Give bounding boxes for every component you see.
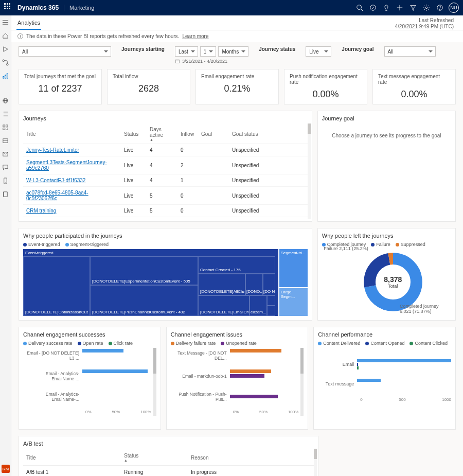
svg-point-8 [440, 9, 440, 10]
menu-icon[interactable] [2, 19, 9, 26]
home-icon[interactable] [2, 32, 9, 39]
tm-cell: [DONOTDELETE]EmailCh... [200, 310, 248, 314]
list-icon[interactable] [2, 110, 9, 117]
col-goal[interactable]: Goal [198, 125, 229, 144]
kpi-label: Email engagement rate [201, 74, 273, 79]
col-goal-status[interactable]: Goal status [229, 125, 308, 144]
table-row[interactable]: ac078fcd-8e65-4805-8aa4-0c5f23062f6cLive… [23, 187, 308, 205]
table-row[interactable]: W-L3-ContactEJ-df1f6332Live41Unspecified [23, 174, 308, 187]
gear-icon[interactable] [420, 0, 433, 15]
flow-icon[interactable] [2, 59, 9, 66]
tm-cell: [DONOTDELETE]PushChannelCustomEvent - 40… [92, 310, 195, 314]
last-refreshed-label: Last Refreshed [395, 17, 454, 24]
legend-item: Failure [376, 242, 390, 247]
plus-icon[interactable] [393, 0, 406, 15]
bar-chart[interactable]: Email - [DO NOT DELETE] L3 ...Email - An… [23, 348, 156, 425]
chat-icon[interactable] [2, 164, 9, 171]
date-range-text: 3/21/2021 - 4/20/2021 [182, 59, 227, 64]
card-title: Channel engagement issues [171, 331, 304, 338]
filter-icon[interactable] [406, 0, 420, 15]
bar-chart[interactable]: Email Text message 05001000 [318, 348, 451, 415]
play-icon[interactable] [2, 45, 9, 52]
tm-cell: Segment-tri... [279, 249, 308, 287]
journey-link[interactable]: Jenny-Test-RateLimiter [26, 147, 79, 153]
legend-item: Delivery failure rate [176, 341, 216, 346]
tick: 0% [233, 410, 239, 414]
date-range: 3/21/2021 - 4/20/2021 [175, 59, 248, 64]
grid-icon[interactable] [2, 124, 9, 131]
kpi-label: Total inflow [113, 74, 185, 79]
svg-rect-26 [6, 128, 8, 130]
app-launcher-icon[interactable] [4, 3, 13, 12]
kpi-label: Push notification engagement rate [290, 74, 362, 85]
tm-cell: Contact Created - 175 [200, 268, 272, 272]
card-title: Why people participated in the journeys [23, 233, 308, 239]
col-days[interactable]: Days active▲ [147, 125, 177, 144]
col-status[interactable]: Status [121, 125, 147, 144]
analytics-icon[interactable] [2, 72, 9, 79]
svg-rect-15 [5, 75, 6, 78]
donut-total: 8,378 [384, 275, 402, 284]
svg-rect-27 [3, 138, 8, 142]
axis-label: Email - markdun-oob-1 [171, 374, 230, 379]
tm-cell: [DONOTDELETE]AllChan... [200, 289, 244, 294]
filter-journeys-starting-label: Journeys starting [121, 46, 165, 52]
filter-unit[interactable]: Months [218, 46, 248, 57]
phone-icon[interactable] [2, 177, 9, 184]
search-icon[interactable] [353, 0, 366, 15]
journey-link[interactable]: W-L3-ContactEJ-df1f6332 [26, 178, 85, 183]
filter-bar: All Journeys starting Last 1 Months 3/21… [11, 42, 463, 66]
col-title[interactable]: Title [23, 450, 121, 466]
scrollbar[interactable] [308, 124, 311, 219]
lightbulb-icon[interactable] [380, 0, 393, 15]
legend-item: Content Opened [370, 341, 404, 346]
filter-last[interactable]: Last [175, 46, 198, 57]
journeys-card: Journeys Title Status Days active▲ Inflo… [19, 111, 312, 222]
mail-icon[interactable] [2, 150, 9, 157]
legend-item: Delivery success rate [28, 341, 73, 346]
table-row[interactable]: Jenny-Test-RateLimiterLive40Unspecified [23, 144, 308, 156]
donut-label-completed: Completed journey 6,021 (71.87%) [400, 304, 451, 314]
legend-item: Event-triggered [28, 242, 60, 247]
axis-label: Email - [DO NOT DELETE] L3 ... [23, 350, 82, 361]
last-refreshed: Last Refreshed 4/20/2021 9:49 PM (UTC) [395, 17, 458, 30]
bar-chart[interactable]: Text Message - [DO NOT DEL...Email - mar… [171, 348, 304, 425]
journey-link[interactable]: SegmentL3Tests-SegmentJourney-a59c2760 [26, 160, 107, 171]
filter-goal[interactable]: All [384, 46, 436, 57]
learn-more-link[interactable]: Learn more [182, 33, 208, 39]
channel-issues-card: Channel engagement issues Delivery failu… [166, 327, 309, 430]
scrollbar[interactable] [153, 348, 156, 416]
filter-num[interactable]: 1 [200, 46, 217, 57]
info-text: The data in these Power BI reports gets … [26, 33, 179, 39]
col-title[interactable]: Title [23, 125, 121, 144]
scrollbar[interactable] [300, 348, 304, 416]
col-status[interactable]: Status▲ [121, 450, 188, 466]
table-row[interactable]: SegmentL3Tests-SegmentJourney-a59c2760Li… [23, 156, 308, 174]
book-icon[interactable] [2, 190, 9, 198]
tab-analytics[interactable]: Analytics [16, 17, 41, 30]
journey-link[interactable]: CRM training [26, 208, 56, 214]
card-icon[interactable] [2, 137, 9, 144]
rm-badge[interactable]: RM [2, 465, 10, 473]
table-row[interactable]: CRM trainingLive50Unspecified [23, 205, 308, 217]
col-inflow[interactable]: Inflow [177, 125, 198, 144]
col-reason[interactable]: Reason [188, 450, 314, 466]
kpi-card: Total journeys that met the goal11 of 22… [19, 69, 102, 104]
help-icon[interactable] [433, 0, 447, 15]
avatar[interactable]: NU [449, 3, 459, 13]
table-row[interactable]: A/B test 1RunningIn progress [23, 466, 314, 477]
treemap-chart[interactable]: Event-triggered [DONOTDELETE]Optimizatio… [23, 249, 308, 316]
scrollbar[interactable] [314, 449, 317, 476]
card-title: Journeys [23, 115, 308, 121]
axis-label: Email - Analytics-EmailName-... [23, 392, 82, 402]
task-icon[interactable] [366, 0, 380, 15]
kpi-card: Total inflow2628 [107, 69, 190, 104]
abtest-card: A/B test Title Status▲ Reason A/B test 1… [19, 436, 318, 476]
tm-cell: edzam... [251, 310, 266, 314]
journey-link[interactable]: ac078fcd-8e65-4805-8aa4-0c5f23062f6c [26, 190, 88, 201]
filter-all[interactable]: All [19, 46, 111, 57]
globe-icon[interactable] [2, 97, 9, 104]
module-label: Marketing [64, 5, 94, 11]
filter-status[interactable]: Live [306, 46, 331, 57]
svg-rect-32 [175, 60, 179, 63]
